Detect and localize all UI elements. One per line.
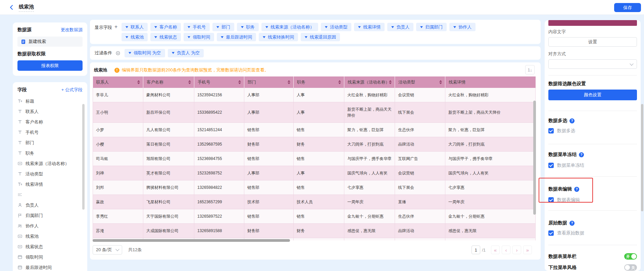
window-scrollbar[interactable]: [641, 104, 643, 211]
current-page-input[interactable]: 1: [472, 246, 480, 254]
table-cell[interactable]: 金九银十，分期钜惠: [344, 209, 395, 224]
table-cell[interactable]: [445, 238, 536, 241]
table-horizontal-scrollbar[interactable]: [93, 239, 290, 242]
field-list-item[interactable]: 线索详情: [17, 179, 83, 189]
table-cell[interactable]: 人事部: [244, 88, 294, 102]
table-vertical-scrollbar[interactable]: [533, 101, 536, 215]
table-cell[interactable]: 豪阁材料公司: [143, 88, 194, 102]
report-permission-button[interactable]: 报表权限: [17, 60, 83, 71]
field-list-item[interactable]: 协作人: [17, 221, 83, 231]
table-cell[interactable]: 会议营销: [395, 166, 445, 180]
table-cell[interactable]: 火红金秋，购物好精彩: [445, 88, 536, 102]
table-cell[interactable]: 互联网广告: [395, 152, 445, 166]
field-chip[interactable]: 联系人: [121, 23, 148, 31]
sort-icon[interactable]: [389, 80, 392, 84]
table-cell[interactable]: 线下展会: [395, 180, 445, 195]
table-cell[interactable]: 腾骏材料有限公司: [143, 180, 194, 195]
sort-icon[interactable]: [288, 80, 290, 84]
field-chip[interactable]: 手机号: [184, 23, 210, 31]
table-cell[interactable]: 15235942156: [194, 88, 244, 102]
page-title[interactable]: 线索池: [19, 4, 34, 12]
table-cell[interactable]: 刘禅: [93, 166, 143, 180]
table-cell[interactable]: 人事部: [244, 102, 294, 123]
table-cell[interactable]: 天宇国际有限公司: [143, 209, 194, 224]
field-chip[interactable]: 负责人 为空: [168, 49, 204, 57]
column-header[interactable]: 部门: [244, 76, 294, 88]
table-cell[interactable]: 销售部: [244, 180, 294, 195]
table-cell[interactable]: 新货不断上架，商品天天降价: [344, 102, 395, 123]
table-cell[interactable]: 生态伙伴: [395, 123, 445, 137]
field-chip[interactable]: 负责人: [387, 23, 413, 31]
table-cell[interactable]: 英才有限公司: [143, 166, 194, 180]
table-cell[interactable]: 大成国际有限公司: [143, 224, 194, 238]
table-cell[interactable]: 李菲儿: [93, 88, 143, 102]
table-row[interactable]: 小樱落日有限公司13529687595财务部财务大刀阔斧，打折到底品牌活动大刀阔…: [93, 137, 536, 152]
table-cell[interactable]: 销售部: [244, 152, 294, 166]
align-select[interactable]: [548, 59, 637, 69]
table-cell[interactable]: 品牌活动: [395, 224, 445, 238]
field-list-item[interactable]: 联系人: [17, 106, 83, 117]
table-row[interactable]: 司马懿旭阳有限公司15236984755销售部销售与国庆甲子，携手奏华章互联网广…: [93, 152, 536, 166]
column-header[interactable]: 线索来源（活动名称）: [344, 76, 395, 88]
table-row[interactable]: 王小明新昌环保公司15336895422人事部人事新货不断上架，商品天天降价线下…: [93, 102, 536, 123]
field-chip[interactable]: 领取时间: [184, 33, 214, 41]
table-row[interactable]: 刘邦腾骏材料有限公司13265984822销售部销售七夕享惠线下展会七夕享惠: [93, 180, 536, 195]
help-icon[interactable]: [569, 118, 575, 123]
table-cell[interactable]: 15214851244: [194, 123, 244, 137]
table-cell[interactable]: 一周年庆: [445, 195, 536, 209]
table-cell[interactable]: 技术人员: [294, 195, 344, 209]
table-cell[interactable]: 大刀阔斧，打折到底: [445, 137, 536, 152]
table-cell[interactable]: 15232698752: [194, 166, 244, 180]
field-list-item[interactable]: 最后跟进时间: [17, 262, 83, 271]
field-chip[interactable]: 活动类型: [321, 23, 351, 31]
table-scroll-area[interactable]: 联系人客户名称手机号部门职务线索来源（活动名称）活动类型线索详情 李菲儿豪阁材料…: [93, 76, 538, 240]
field-chip[interactable]: 线索转换时间: [259, 33, 298, 41]
table-row[interactable]: 苏漫大成国际有限公司13265891588财务部财务感恩促，惠无限品牌活动感恩促…: [93, 224, 536, 238]
table-cell[interactable]: 销售: [294, 209, 344, 224]
field-list-item[interactable]: 领取时间: [17, 252, 83, 262]
table-cell[interactable]: 会议营销: [395, 88, 445, 102]
table-cell[interactable]: 技术部: [244, 195, 294, 209]
datasource-item[interactable]: 新建线索: [17, 37, 83, 47]
field-list-item[interactable]: 线索状态: [17, 241, 83, 252]
table-cell[interactable]: 16523657299: [194, 195, 244, 209]
table-cell[interactable]: 新昌环保公司: [143, 102, 194, 123]
table-row[interactable]: 李菲儿豪阁材料公司15235942156人事部人事火红金秋，购物好精彩会议营销火…: [93, 88, 536, 102]
table-cell[interactable]: 线下展会: [395, 102, 445, 123]
table-cell[interactable]: 15336895422: [194, 102, 244, 123]
sort-icon[interactable]: [238, 80, 241, 84]
field-chip[interactable]: 线索池: [121, 33, 148, 41]
table-cell[interactable]: 王小明: [93, 102, 143, 123]
field-list-item[interactable]: 活动类型: [17, 169, 83, 179]
color-settings-button[interactable]: 颜色设置: [548, 90, 637, 100]
sort-icon[interactable]: [338, 80, 341, 84]
table-cell[interactable]: 七夕享惠: [445, 180, 536, 195]
table-cell[interactable]: 与国庆甲子，携手奏华章: [445, 152, 536, 166]
help-icon[interactable]: [574, 187, 579, 192]
table-cell[interactable]: 国庆气球向，人人有奖: [445, 166, 536, 180]
field-chip[interactable]: 归属部门: [416, 23, 447, 31]
table-cell[interactable]: 13265984822: [194, 180, 244, 195]
table-cell[interactable]: 感恩促，惠无限: [344, 224, 395, 238]
field-list-item[interactable]: 职务: [17, 148, 83, 158]
field-list-scrollbar[interactable]: [82, 104, 85, 210]
table-cell[interactable]: 大刀阔斧，打折到底: [344, 137, 395, 152]
color-swatch[interactable]: [548, 20, 637, 26]
first-page-button[interactable]: «: [491, 246, 500, 254]
table-cell[interactable]: 新货不断上架，商品天天降价: [445, 102, 536, 123]
table-cell[interactable]: 感恩促，惠无限: [445, 224, 536, 238]
field-chip[interactable]: 部门: [212, 23, 234, 31]
field-list-item[interactable]: 手机号: [17, 127, 83, 138]
table-cell[interactable]: 销售部: [244, 209, 294, 224]
table-cell[interactable]: 李秀红: [93, 209, 143, 224]
table-cell[interactable]: 凡人有限公司: [143, 123, 194, 137]
field-chip[interactable]: 线索状态: [150, 33, 181, 41]
table-cell[interactable]: 销售部: [244, 123, 294, 137]
table-row[interactable]: 小梦凡人有限公司15214851244销售部销售聚力，钜惠，巨划算生态伙伴聚力，…: [93, 123, 536, 137]
table-cell[interactable]: 与国庆甲子，携手奏华章: [344, 152, 395, 166]
table-cell[interactable]: 人事: [294, 102, 344, 123]
table-cell[interactable]: 落日有限公司: [143, 137, 194, 152]
table-cell[interactable]: 财务部: [244, 224, 294, 238]
column-header[interactable]: 手机号: [194, 76, 244, 88]
table-cell[interactable]: 人事: [294, 88, 344, 102]
